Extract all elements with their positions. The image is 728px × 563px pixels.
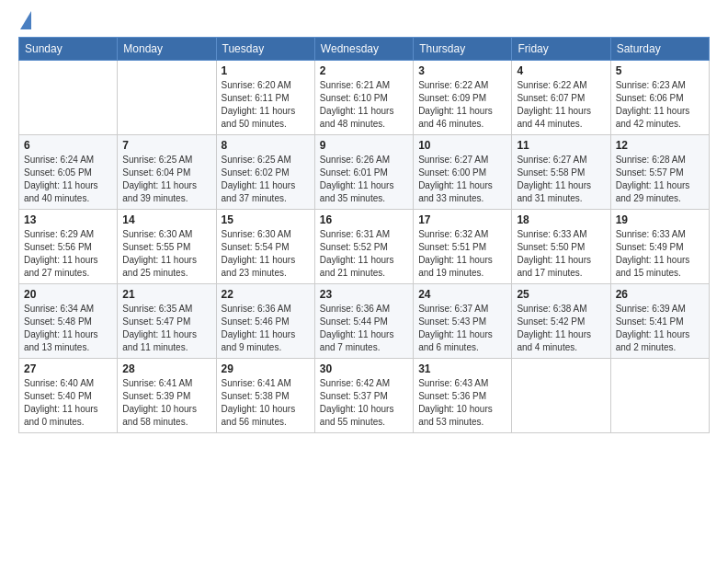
day-info: Sunrise: 6:41 AM Sunset: 5:39 PM Dayligh… bbox=[122, 377, 210, 429]
calendar-header-row: SundayMondayTuesdayWednesdayThursdayFrid… bbox=[19, 38, 710, 61]
day-number: 15 bbox=[222, 213, 310, 226]
calendar-cell: 26Sunrise: 6:39 AM Sunset: 5:41 PM Dayli… bbox=[610, 284, 709, 359]
calendar-cell: 31Sunrise: 6:43 AM Sunset: 5:36 PM Dayli… bbox=[414, 359, 512, 433]
header bbox=[18, 15, 710, 29]
day-number: 11 bbox=[517, 139, 605, 152]
calendar-cell: 28Sunrise: 6:41 AM Sunset: 5:39 PM Dayli… bbox=[118, 359, 216, 433]
day-info: Sunrise: 6:40 AM Sunset: 5:40 PM Dayligh… bbox=[24, 377, 112, 429]
calendar-cell: 10Sunrise: 6:27 AM Sunset: 6:00 PM Dayli… bbox=[414, 135, 512, 210]
day-number: 13 bbox=[24, 213, 112, 226]
day-info: Sunrise: 6:27 AM Sunset: 5:58 PM Dayligh… bbox=[517, 154, 605, 205]
day-number: 20 bbox=[24, 288, 112, 301]
day-info: Sunrise: 6:27 AM Sunset: 6:00 PM Dayligh… bbox=[418, 154, 506, 205]
day-number: 31 bbox=[418, 362, 506, 375]
day-number: 27 bbox=[24, 362, 112, 375]
day-info: Sunrise: 6:35 AM Sunset: 5:47 PM Dayligh… bbox=[122, 303, 210, 354]
day-number: 19 bbox=[616, 213, 704, 226]
calendar-cell bbox=[512, 359, 610, 433]
calendar-cell: 18Sunrise: 6:33 AM Sunset: 5:50 PM Dayli… bbox=[512, 210, 610, 284]
col-header-wednesday: Wednesday bbox=[314, 38, 413, 61]
calendar-cell: 23Sunrise: 6:36 AM Sunset: 5:44 PM Dayli… bbox=[314, 284, 413, 359]
col-header-monday: Monday bbox=[118, 38, 216, 61]
day-number: 3 bbox=[418, 64, 506, 77]
day-number: 6 bbox=[24, 139, 112, 152]
calendar-cell: 20Sunrise: 6:34 AM Sunset: 5:48 PM Dayli… bbox=[19, 284, 118, 359]
day-info: Sunrise: 6:36 AM Sunset: 5:46 PM Dayligh… bbox=[222, 303, 310, 354]
col-header-friday: Friday bbox=[512, 38, 610, 61]
day-number: 28 bbox=[122, 362, 210, 375]
col-header-saturday: Saturday bbox=[610, 38, 709, 61]
day-number: 22 bbox=[222, 288, 310, 301]
day-info: Sunrise: 6:37 AM Sunset: 5:43 PM Dayligh… bbox=[418, 303, 506, 354]
week-row-3: 20Sunrise: 6:34 AM Sunset: 5:48 PM Dayli… bbox=[19, 284, 710, 359]
day-info: Sunrise: 6:33 AM Sunset: 5:50 PM Dayligh… bbox=[517, 228, 605, 280]
calendar-cell: 14Sunrise: 6:30 AM Sunset: 5:55 PM Dayli… bbox=[118, 210, 216, 284]
calendar-cell: 30Sunrise: 6:42 AM Sunset: 5:37 PM Dayli… bbox=[314, 359, 413, 433]
day-info: Sunrise: 6:22 AM Sunset: 6:09 PM Dayligh… bbox=[418, 79, 506, 131]
calendar-cell bbox=[610, 359, 709, 433]
day-number: 9 bbox=[320, 139, 408, 152]
day-info: Sunrise: 6:25 AM Sunset: 6:04 PM Dayligh… bbox=[122, 154, 210, 205]
day-info: Sunrise: 6:34 AM Sunset: 5:48 PM Dayligh… bbox=[24, 303, 112, 354]
calendar-cell: 24Sunrise: 6:37 AM Sunset: 5:43 PM Dayli… bbox=[414, 284, 512, 359]
day-info: Sunrise: 6:31 AM Sunset: 5:52 PM Dayligh… bbox=[320, 228, 408, 280]
calendar-cell: 1Sunrise: 6:20 AM Sunset: 6:11 PM Daylig… bbox=[216, 61, 314, 135]
calendar-cell: 19Sunrise: 6:33 AM Sunset: 5:49 PM Dayli… bbox=[610, 210, 709, 284]
calendar-cell: 27Sunrise: 6:40 AM Sunset: 5:40 PM Dayli… bbox=[19, 359, 118, 433]
day-info: Sunrise: 6:24 AM Sunset: 6:05 PM Dayligh… bbox=[24, 154, 112, 205]
day-number: 17 bbox=[418, 213, 506, 226]
day-number: 2 bbox=[320, 64, 408, 77]
col-header-tuesday: Tuesday bbox=[216, 38, 314, 61]
day-info: Sunrise: 6:36 AM Sunset: 5:44 PM Dayligh… bbox=[320, 303, 408, 354]
day-number: 8 bbox=[222, 139, 310, 152]
calendar-cell: 11Sunrise: 6:27 AM Sunset: 5:58 PM Dayli… bbox=[512, 135, 610, 210]
day-info: Sunrise: 6:33 AM Sunset: 5:49 PM Dayligh… bbox=[616, 228, 704, 280]
calendar-cell: 22Sunrise: 6:36 AM Sunset: 5:46 PM Dayli… bbox=[216, 284, 314, 359]
calendar-cell: 16Sunrise: 6:31 AM Sunset: 5:52 PM Dayli… bbox=[314, 210, 413, 284]
day-info: Sunrise: 6:32 AM Sunset: 5:51 PM Dayligh… bbox=[418, 228, 506, 280]
calendar-cell: 15Sunrise: 6:30 AM Sunset: 5:54 PM Dayli… bbox=[216, 210, 314, 284]
day-number: 24 bbox=[418, 288, 506, 301]
day-number: 7 bbox=[122, 139, 210, 152]
day-number: 12 bbox=[616, 139, 704, 152]
calendar-cell: 5Sunrise: 6:23 AM Sunset: 6:06 PM Daylig… bbox=[610, 61, 709, 135]
day-info: Sunrise: 6:21 AM Sunset: 6:10 PM Dayligh… bbox=[320, 79, 408, 131]
day-number: 26 bbox=[616, 288, 704, 301]
week-row-4: 27Sunrise: 6:40 AM Sunset: 5:40 PM Dayli… bbox=[19, 359, 710, 433]
col-header-thursday: Thursday bbox=[414, 38, 512, 61]
day-number: 25 bbox=[517, 288, 605, 301]
day-number: 30 bbox=[320, 362, 408, 375]
day-info: Sunrise: 6:30 AM Sunset: 5:54 PM Dayligh… bbox=[222, 228, 310, 280]
day-info: Sunrise: 6:30 AM Sunset: 5:55 PM Dayligh… bbox=[122, 228, 210, 280]
day-info: Sunrise: 6:25 AM Sunset: 6:02 PM Dayligh… bbox=[222, 154, 310, 205]
calendar-cell: 7Sunrise: 6:25 AM Sunset: 6:04 PM Daylig… bbox=[118, 135, 216, 210]
calendar-cell: 12Sunrise: 6:28 AM Sunset: 5:57 PM Dayli… bbox=[610, 135, 709, 210]
calendar-cell: 21Sunrise: 6:35 AM Sunset: 5:47 PM Dayli… bbox=[118, 284, 216, 359]
calendar-cell: 25Sunrise: 6:38 AM Sunset: 5:42 PM Dayli… bbox=[512, 284, 610, 359]
day-info: Sunrise: 6:28 AM Sunset: 5:57 PM Dayligh… bbox=[616, 154, 704, 205]
calendar-cell: 3Sunrise: 6:22 AM Sunset: 6:09 PM Daylig… bbox=[414, 61, 512, 135]
day-info: Sunrise: 6:22 AM Sunset: 6:07 PM Dayligh… bbox=[517, 79, 605, 131]
day-number: 29 bbox=[222, 362, 310, 375]
day-info: Sunrise: 6:26 AM Sunset: 6:01 PM Dayligh… bbox=[320, 154, 408, 205]
page: SundayMondayTuesdayWednesdayThursdayFrid… bbox=[0, 0, 728, 563]
day-number: 18 bbox=[517, 213, 605, 226]
day-info: Sunrise: 6:38 AM Sunset: 5:42 PM Dayligh… bbox=[517, 303, 605, 354]
day-number: 23 bbox=[320, 288, 408, 301]
day-info: Sunrise: 6:42 AM Sunset: 5:37 PM Dayligh… bbox=[320, 377, 408, 429]
col-header-sunday: Sunday bbox=[19, 38, 118, 61]
calendar-cell: 9Sunrise: 6:26 AM Sunset: 6:01 PM Daylig… bbox=[314, 135, 413, 210]
calendar-cell: 29Sunrise: 6:41 AM Sunset: 5:38 PM Dayli… bbox=[216, 359, 314, 433]
logo-triangle-icon bbox=[20, 11, 31, 29]
calendar-cell bbox=[19, 61, 118, 135]
day-number: 5 bbox=[616, 64, 704, 77]
day-info: Sunrise: 6:41 AM Sunset: 5:38 PM Dayligh… bbox=[222, 377, 310, 429]
calendar-cell: 8Sunrise: 6:25 AM Sunset: 6:02 PM Daylig… bbox=[216, 135, 314, 210]
day-info: Sunrise: 6:20 AM Sunset: 6:11 PM Dayligh… bbox=[222, 79, 310, 131]
week-row-2: 13Sunrise: 6:29 AM Sunset: 5:56 PM Dayli… bbox=[19, 210, 710, 284]
day-number: 16 bbox=[320, 213, 408, 226]
day-info: Sunrise: 6:23 AM Sunset: 6:06 PM Dayligh… bbox=[616, 79, 704, 131]
day-number: 1 bbox=[222, 64, 310, 77]
calendar-cell: 13Sunrise: 6:29 AM Sunset: 5:56 PM Dayli… bbox=[19, 210, 118, 284]
calendar-cell: 17Sunrise: 6:32 AM Sunset: 5:51 PM Dayli… bbox=[414, 210, 512, 284]
